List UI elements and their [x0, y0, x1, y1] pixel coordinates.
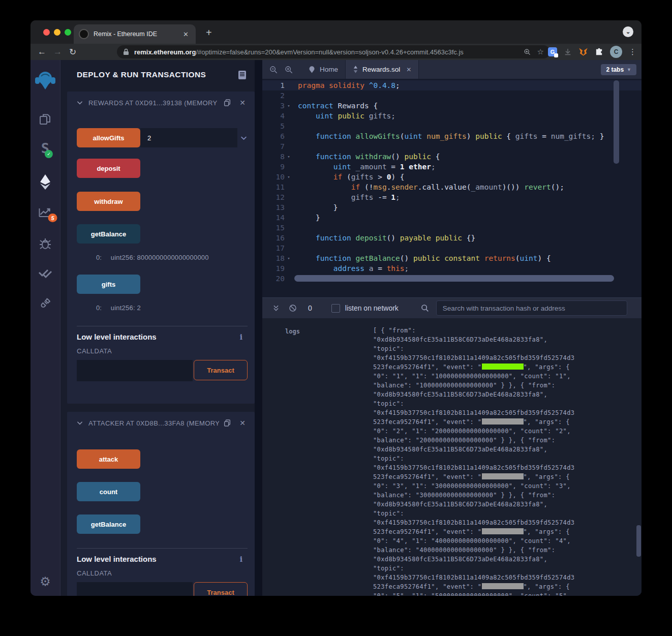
code-line[interactable]: 8▾ function withdraw() public { [262, 152, 642, 162]
attack-button[interactable]: attack [77, 449, 140, 469]
line-number: 7 [262, 141, 285, 152]
withdraw-button[interactable]: withdraw [77, 192, 140, 211]
code-line[interactable]: 19 address a = this; [262, 263, 642, 274]
code-line[interactable]: 3▾contract Rewards { [262, 101, 642, 111]
translate-extension-icon[interactable]: G [548, 47, 557, 56]
back-button[interactable]: ← [38, 47, 46, 57]
getbalance-button[interactable]: getBalance [77, 224, 140, 244]
new-tab-button[interactable]: + [206, 27, 212, 38]
code-line[interactable]: 13 } [262, 202, 642, 213]
file-explorer-icon[interactable] [39, 113, 52, 126]
unit-testing-icon[interactable] [38, 267, 52, 279]
count-button[interactable]: count [77, 482, 140, 501]
code-editor[interactable]: 1pragma solidity ^0.4.8;23▾contract Rewa… [262, 79, 642, 297]
macos-close-button[interactable] [43, 29, 50, 36]
deposit-button[interactable]: deposit [77, 159, 140, 178]
fold-arrow-icon[interactable]: ▾ [285, 152, 293, 162]
code-line[interactable]: 14 } [262, 213, 642, 223]
code-line[interactable]: 17 [262, 243, 642, 253]
remix-logo-icon[interactable] [34, 69, 56, 92]
code-line[interactable]: 9 uint _amount = 1 ether; [262, 162, 642, 172]
url-path: /#optimize=false&runs=200&evmVersion=nul… [196, 48, 463, 56]
fold-arrow-icon[interactable]: ▾ [285, 172, 293, 182]
reload-button[interactable]: ↻ [69, 47, 76, 57]
info-icon[interactable]: i [240, 555, 242, 563]
allowgifts-arg-input[interactable] [140, 128, 237, 147]
tab-rewards-sol[interactable]: Rewards.sol ✕ [345, 60, 419, 79]
solidity-compiler-icon[interactable]: S ✓ [41, 140, 49, 156]
code-line[interactable]: 6 function allowGifts(uint num_gifts) pu… [262, 131, 642, 141]
zoom-in-icon[interactable] [285, 66, 293, 74]
low-level-title: Low level interactions [77, 332, 157, 341]
attacker-getbalance-button[interactable]: getBalance [77, 514, 140, 534]
browser-menu-icon[interactable]: ⋮ [629, 47, 636, 56]
zoom-page-icon[interactable] [524, 48, 531, 56]
macos-minimize-button[interactable] [54, 29, 60, 36]
code-line[interactable]: 7 [262, 141, 642, 152]
copy-address-icon[interactable] [223, 419, 231, 427]
code-line[interactable]: 10▾ if (gifts > 0) { [262, 172, 642, 182]
tab-close-icon[interactable]: ✕ [406, 66, 411, 73]
collapse-chevron-icon[interactable] [76, 99, 83, 106]
editor-vertical-scrollbar[interactable] [614, 80, 619, 164]
calldata-input[interactable] [77, 360, 193, 381]
extensions-puzzle-icon[interactable] [595, 48, 603, 56]
rewards-card-header[interactable]: REWARDS AT 0XD91...39138 (MEMORY ✕ [67, 92, 255, 107]
deploy-run-icon[interactable] [39, 174, 51, 190]
expand-args-chevron-icon[interactable] [240, 134, 248, 142]
fold-spacer [285, 111, 293, 121]
tab-close-icon[interactable]: ✕ [181, 29, 191, 39]
attacker-card-header[interactable]: ATTACKER AT 0XD8B...33FA8 (MEMORY ✕ [67, 412, 255, 427]
allowgifts-button[interactable]: allowGifts [77, 128, 140, 147]
code-line[interactable]: 11 if (!msg.sender.call.value(_amount)()… [262, 182, 642, 192]
code-line[interactable]: 1pragma solidity ^0.4.8; [262, 80, 642, 90]
editor-horizontal-scrollbar[interactable] [294, 275, 614, 282]
fold-spacer [285, 162, 293, 172]
fold-arrow-icon[interactable]: ▾ [285, 253, 293, 263]
settings-gear-icon[interactable]: ⚙ [40, 574, 51, 589]
static-analysis-icon[interactable]: 5 [39, 206, 52, 219]
plugin-manager-icon[interactable] [39, 297, 52, 310]
clear-console-icon[interactable] [289, 304, 297, 312]
copy-address-icon[interactable] [223, 99, 231, 107]
zoom-out-icon[interactable] [269, 66, 278, 74]
terminal-output[interactable]: logs [ { "from":"0xd8b934580fcE35a11B58C… [262, 318, 642, 596]
browser-tab[interactable]: Remix - Ethereum IDE ✕ [74, 24, 196, 44]
bookmark-star-icon[interactable]: ☆ [537, 47, 544, 56]
expand-terminal-icon[interactable] [272, 305, 280, 312]
code-line[interactable]: 12 gifts -= 1; [262, 192, 642, 202]
tabs-count-dropdown[interactable]: 2 tabs ▼ [601, 64, 636, 75]
code-text [293, 121, 298, 131]
output-index: 0: [96, 254, 102, 261]
code-line[interactable]: 5 [262, 121, 642, 131]
collapse-chevron-icon[interactable] [76, 419, 83, 427]
terminal-search-input[interactable] [436, 300, 627, 316]
documentation-icon[interactable] [238, 70, 247, 80]
macos-zoom-button[interactable] [65, 29, 71, 36]
remove-instance-icon[interactable]: ✕ [239, 419, 246, 427]
gifts-button[interactable]: gifts [77, 275, 140, 294]
remove-instance-icon[interactable]: ✕ [239, 99, 246, 107]
tab-home[interactable]: Home [301, 60, 345, 79]
code-line[interactable]: 4 uint public gifts; [262, 111, 642, 121]
transact-button[interactable]: Transact [194, 582, 248, 596]
tab-search-button[interactable]: ⌄ [623, 26, 633, 37]
profile-avatar[interactable]: C [610, 46, 622, 58]
fold-spacer [285, 182, 293, 192]
fold-arrow-icon[interactable]: ▾ [285, 101, 293, 111]
forward-button[interactable]: → [53, 47, 62, 57]
debugger-icon[interactable] [39, 237, 52, 250]
metamask-extension-icon[interactable] [578, 47, 588, 56]
code-line[interactable]: 18▾ function getBalance() public constan… [262, 253, 642, 263]
code-line[interactable]: 15 [262, 223, 642, 233]
calldata-input[interactable] [77, 582, 193, 596]
code-line[interactable]: 2 [262, 90, 642, 101]
transact-button[interactable]: Transact [194, 360, 248, 380]
code-text: if (!msg.sender.call.value(_amount)()) r… [293, 182, 564, 192]
address-bar[interactable]: remix.ethereum.org/#optimize=false&runs=… [117, 45, 550, 58]
info-icon[interactable]: i [240, 333, 242, 341]
download-icon[interactable] [564, 48, 572, 56]
listen-network-checkbox[interactable] [331, 304, 340, 313]
code-line[interactable]: 16 function deposit() payable public {} [262, 233, 642, 243]
terminal-vertical-scrollbar[interactable] [636, 525, 641, 557]
